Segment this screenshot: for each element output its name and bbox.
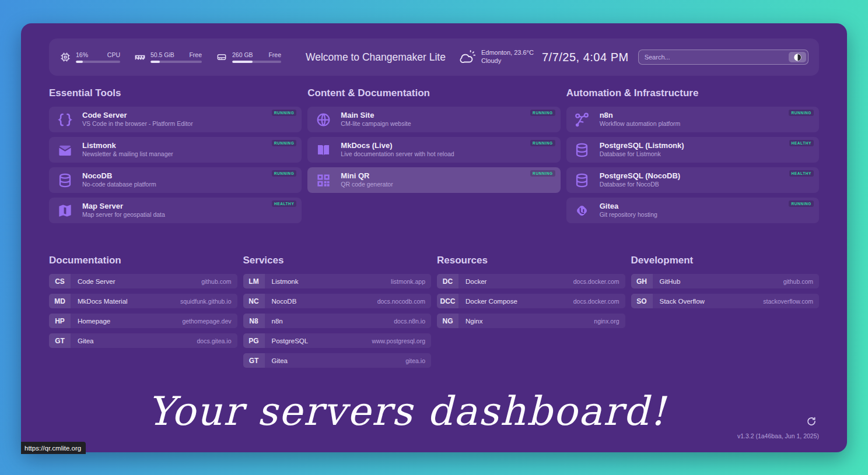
- weather-location-temp: Edmonton, 23.6°C: [481, 49, 534, 57]
- weather-widget[interactable]: Edmonton, 23.6°C Cloudy: [459, 48, 534, 66]
- service-name: PostgreSQL (NocoDB): [600, 171, 680, 181]
- service-card[interactable]: n8nWorkflow automation platformRUNNING: [566, 107, 819, 132]
- service-card[interactable]: ListmonkNewsletter & mailing list manage…: [49, 137, 302, 163]
- service-card[interactable]: Main SiteCM-lite campaign websiteRUNNING: [307, 107, 560, 132]
- service-card[interactable]: MkDocs (Live)Live documentation server w…: [307, 137, 560, 163]
- service-card[interactable]: Mini QRQR code generatorRUNNING: [307, 167, 560, 193]
- search-engine-button[interactable]: [789, 52, 806, 62]
- memory-icon: [134, 51, 146, 63]
- service-text: ListmonkNewsletter & mailing list manage…: [82, 141, 173, 159]
- service-card[interactable]: NocoDBNo-code database platformRUNNING: [49, 167, 302, 193]
- service-name: Code Server: [82, 111, 193, 120]
- disk-label: Free: [268, 51, 281, 58]
- search-input[interactable]: [638, 50, 808, 65]
- bookmark-url: www.postgresql.org: [372, 337, 425, 344]
- memory-label: Free: [189, 51, 202, 58]
- bookmark-group-title: Development: [631, 255, 820, 266]
- bookmark-item[interactable]: CSCode Servergithub.com: [49, 274, 237, 288]
- workflow-icon: [573, 111, 591, 128]
- bookmark-abbr: GH: [631, 274, 653, 288]
- disk-progressbar: [232, 61, 281, 63]
- dashboard-panel: 16% CPU 50.5 GiB Free: [21, 23, 847, 452]
- bookmark-group-title: Services: [243, 255, 432, 266]
- bookmark-abbr: HP: [49, 314, 71, 328]
- bookmark-url: docs.docker.com: [573, 278, 620, 285]
- service-group-title: Essential Tools: [49, 87, 302, 99]
- bookmark-name: Listmonk: [272, 278, 299, 285]
- bookmark-url: squidfunk.github.io: [180, 298, 232, 305]
- service-text: PostgreSQL (Listmonk)Database for Listmo…: [600, 141, 684, 159]
- bookmark-abbr: DC: [437, 274, 459, 288]
- service-card[interactable]: PostgreSQL (Listmonk)Database for Listmo…: [566, 137, 819, 163]
- status-badge: RUNNING: [272, 140, 297, 146]
- bookmark-item[interactable]: GTGiteadocs.gitea.io: [49, 333, 237, 348]
- database-icon: [56, 171, 74, 189]
- bookmark-url: docs.nocodb.com: [377, 298, 425, 305]
- service-text: Map ServerMap server for geospatial data: [82, 202, 165, 219]
- service-name: MkDocs (Live): [341, 141, 454, 150]
- bookmark-item[interactable]: NGNginxnginx.org: [437, 314, 625, 328]
- service-description: Newsletter & mailing list manager: [82, 150, 173, 159]
- service-card[interactable]: Code ServerVS Code in the browser - Plat…: [49, 107, 302, 132]
- status-badge: RUNNING: [530, 140, 555, 146]
- bookmark-name: Homepage: [78, 318, 110, 325]
- status-badge: RUNNING: [530, 170, 555, 177]
- bookmark-group-title: Resources: [437, 255, 625, 266]
- bookmark-url: gethomepage.dev: [182, 318, 231, 325]
- bookmark-name: Gitea: [272, 357, 288, 364]
- bookmark-item[interactable]: DCCDocker Composedocs.docker.com: [437, 294, 625, 308]
- bookmark-name: n8n: [272, 318, 283, 325]
- version-text: v1.3.2 (1a46baa, Jun 1, 2025): [737, 432, 819, 439]
- qr-icon: [314, 171, 332, 189]
- bookmark-item[interactable]: PGPostgreSQLwww.postgresql.org: [243, 333, 432, 348]
- memory-widget: 50.5 GiB Free: [134, 51, 202, 63]
- bookmark-abbr: DCC: [437, 294, 459, 308]
- service-name: Gitea: [600, 202, 657, 211]
- book-icon: [314, 141, 332, 159]
- bookmark-abbr: LM: [243, 274, 265, 288]
- status-badge: RUNNING: [272, 110, 297, 116]
- service-text: Mini QRQR code generator: [341, 171, 393, 189]
- bookmark-item[interactable]: MDMkDocs Materialsquidfunk.github.io: [49, 294, 237, 308]
- service-description: CM-lite campaign website: [341, 120, 411, 128]
- datetime-text: 7/7/25, 4:04 PM: [542, 51, 629, 64]
- bookmark-item[interactable]: GTGiteagitea.io: [243, 353, 432, 368]
- bookmark-item[interactable]: LMListmonklistmonk.app: [243, 274, 432, 288]
- bookmark-group: DevelopmentGHGitHubgithub.comSOStack Ove…: [631, 255, 820, 314]
- bookmark-name: MkDocs Material: [78, 298, 128, 305]
- bookmark-name: Docker Compose: [466, 298, 517, 305]
- bookmark-abbr: PG: [243, 333, 265, 348]
- service-card[interactable]: Map ServerMap server for geospatial data…: [49, 198, 302, 223]
- greeting-text: Welcome to Changemaker Lite: [306, 51, 446, 64]
- bookmark-item[interactable]: GHGitHubgithub.com: [631, 274, 820, 288]
- service-text: NocoDBNo-code database platform: [82, 171, 156, 189]
- bookmark-item[interactable]: DCDockerdocs.docker.com: [437, 274, 625, 288]
- refresh-button[interactable]: [806, 416, 817, 427]
- service-description: No-code database platform: [82, 181, 156, 189]
- bookmark-item[interactable]: N8n8ndocs.n8n.io: [243, 314, 432, 328]
- bookmark-groups: DocumentationCSCode Servergithub.comMDMk…: [49, 255, 819, 373]
- status-badge: HEALTHY: [789, 140, 814, 146]
- service-card[interactable]: GiteaGit repository hostingRUNNING: [566, 198, 819, 223]
- service-name: Mini QR: [341, 171, 393, 181]
- service-description: Workflow automation platform: [600, 120, 681, 128]
- status-badge: RUNNING: [789, 200, 814, 207]
- bookmark-item[interactable]: NCNocoDBdocs.nocodb.com: [243, 294, 432, 308]
- search-container: [638, 50, 808, 65]
- service-group: Automation & Infrastructuren8nWorkflow a…: [566, 87, 819, 228]
- service-card[interactable]: PostgreSQL (NocoDB)Database for NocoDBHE…: [566, 167, 819, 193]
- service-description: Database for Listmonk: [600, 150, 684, 159]
- status-badge: RUNNING: [530, 110, 555, 116]
- cpu-widget: 16% CPU: [60, 51, 120, 63]
- service-description: VS Code in the browser - Platform Editor: [82, 120, 193, 128]
- bookmark-abbr: NC: [243, 294, 265, 308]
- bookmark-group: DocumentationCSCode Servergithub.comMDMk…: [49, 255, 237, 353]
- cpu-label: CPU: [107, 51, 120, 58]
- bookmark-item[interactable]: SOStack Overflowstackoverflow.com: [631, 294, 820, 308]
- memory-progressbar: [150, 61, 202, 63]
- globe-icon: [314, 111, 332, 128]
- bookmark-item[interactable]: HPHomepagegethomepage.dev: [49, 314, 237, 328]
- disk-value: 260 GB: [232, 51, 253, 58]
- bookmark-name: Nginx: [466, 318, 482, 325]
- service-description: Live documentation server with hot reloa…: [341, 150, 454, 159]
